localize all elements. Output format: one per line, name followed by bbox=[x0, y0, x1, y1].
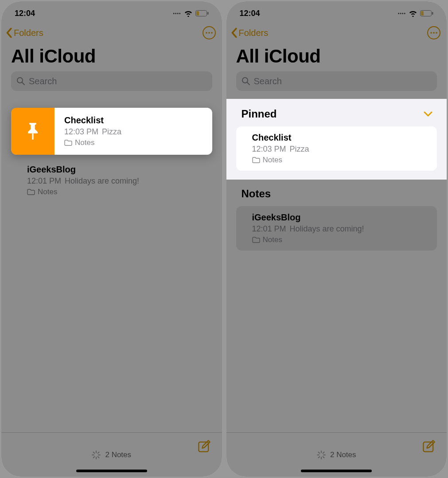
svg-line-25 bbox=[247, 82, 249, 85]
note-row[interactable]: iGeeksBlog 12:01 PMHolidays are coming! … bbox=[236, 206, 437, 251]
search-icon bbox=[16, 77, 25, 86]
svg-rect-19 bbox=[421, 11, 424, 16]
note-folder: Notes bbox=[252, 156, 430, 165]
svg-point-6 bbox=[17, 78, 23, 83]
svg-line-33 bbox=[323, 452, 324, 453]
screenshot-left: 12:04 •••• Folders All iCloud Search bbox=[1, 1, 222, 477]
bottom-toolbar: 2 Notes bbox=[226, 432, 447, 477]
wifi-icon bbox=[184, 10, 193, 17]
svg-line-15 bbox=[93, 456, 95, 458]
folder-icon bbox=[252, 237, 260, 243]
folder-icon bbox=[27, 189, 35, 195]
note-title: iGeeksBlog bbox=[252, 212, 430, 223]
note-folder: Notes bbox=[64, 138, 205, 147]
svg-line-31 bbox=[323, 456, 324, 458]
sync-spinner-icon bbox=[92, 451, 101, 459]
search-placeholder: Search bbox=[29, 76, 57, 86]
battery-icon bbox=[195, 10, 209, 16]
note-subtitle: 12:01 PMHolidays are coming! bbox=[27, 176, 205, 186]
svg-rect-34 bbox=[423, 442, 433, 452]
section-label: Pinned bbox=[242, 108, 277, 120]
search-input[interactable]: Search bbox=[11, 71, 212, 91]
home-indicator[interactable] bbox=[301, 470, 372, 472]
section-label: Notes bbox=[242, 188, 271, 200]
svg-point-22 bbox=[433, 32, 435, 34]
battery-icon bbox=[420, 10, 433, 16]
back-button[interactable]: Folders bbox=[230, 27, 269, 38]
note-subtitle: 12:03 PMPizza bbox=[64, 127, 205, 137]
svg-rect-2 bbox=[207, 12, 209, 15]
cellular-dots: •••• bbox=[398, 11, 406, 16]
status-bar: 12:04 •••• bbox=[226, 1, 447, 22]
search-icon bbox=[242, 77, 250, 86]
pin-icon bbox=[24, 121, 41, 141]
note-folder: Notes bbox=[252, 235, 430, 244]
svg-point-24 bbox=[242, 78, 248, 83]
svg-line-14 bbox=[98, 456, 99, 458]
compose-button[interactable] bbox=[422, 439, 436, 453]
status-bar: 12:04 •••• bbox=[1, 1, 222, 22]
nav-bar: Folders bbox=[226, 22, 447, 42]
note-row[interactable]: iGeeksBlog 12:01 PMHolidays are coming! … bbox=[11, 157, 212, 204]
note-title: iGeeksBlog bbox=[27, 165, 205, 175]
svg-line-30 bbox=[318, 452, 319, 453]
chevron-left-icon bbox=[230, 27, 238, 38]
svg-point-4 bbox=[208, 32, 210, 34]
svg-line-7 bbox=[22, 82, 24, 85]
note-count-label: 2 Notes bbox=[105, 451, 131, 459]
note-row-content[interactable]: Checklist 12:03 PMPizza Notes bbox=[55, 108, 212, 155]
status-time: 12:04 bbox=[15, 9, 35, 18]
home-indicator[interactable] bbox=[76, 470, 147, 472]
svg-point-21 bbox=[430, 32, 432, 34]
back-button[interactable]: Folders bbox=[5, 27, 43, 38]
svg-rect-20 bbox=[432, 12, 433, 15]
page-title: All iCloud bbox=[226, 42, 447, 71]
note-folder: Notes bbox=[27, 188, 205, 196]
note-subtitle: 12:01 PMHolidays are coming! bbox=[252, 224, 430, 234]
note-row-swiped[interactable]: Checklist 12:03 PMPizza Notes bbox=[11, 108, 212, 155]
back-label: Folders bbox=[239, 28, 269, 38]
bottom-toolbar: 2 Notes bbox=[1, 432, 222, 477]
sync-spinner-icon bbox=[317, 451, 326, 459]
screenshot-right: 12:04 •••• Folders All iCloud Search bbox=[226, 1, 447, 477]
svg-rect-17 bbox=[199, 442, 208, 452]
chevron-left-icon bbox=[5, 27, 13, 38]
more-button[interactable] bbox=[427, 26, 440, 39]
status-time: 12:04 bbox=[240, 9, 260, 18]
svg-line-32 bbox=[318, 456, 319, 458]
section-header-notes[interactable]: Notes bbox=[226, 180, 447, 204]
pin-action-button[interactable] bbox=[11, 108, 55, 155]
note-title: Checklist bbox=[64, 115, 205, 125]
nav-bar: Folders bbox=[1, 22, 222, 42]
svg-line-13 bbox=[93, 452, 95, 453]
back-label: Folders bbox=[14, 28, 43, 38]
note-row[interactable]: Checklist 12:03 PMPizza Notes bbox=[236, 126, 437, 171]
cellular-dots: •••• bbox=[173, 11, 181, 16]
folder-icon bbox=[64, 140, 72, 146]
page-title: All iCloud bbox=[1, 42, 222, 71]
svg-rect-1 bbox=[196, 11, 199, 16]
svg-point-5 bbox=[211, 32, 213, 34]
section-header-pinned[interactable]: Pinned bbox=[226, 108, 447, 124]
note-count-label: 2 Notes bbox=[330, 451, 356, 459]
compose-button[interactable] bbox=[197, 439, 211, 453]
note-title: Checklist bbox=[252, 133, 430, 143]
search-input[interactable]: Search bbox=[236, 71, 437, 91]
pinned-section: Pinned Checklist 12:03 PMPizza Notes bbox=[226, 99, 447, 180]
chevron-down-icon bbox=[424, 111, 432, 117]
more-button[interactable] bbox=[203, 26, 216, 39]
wifi-icon bbox=[409, 10, 417, 17]
svg-rect-8 bbox=[32, 133, 33, 140]
note-subtitle: 12:03 PMPizza bbox=[252, 145, 430, 154]
search-placeholder: Search bbox=[254, 76, 282, 86]
svg-point-3 bbox=[206, 32, 207, 34]
svg-point-23 bbox=[436, 32, 437, 34]
folder-icon bbox=[252, 157, 260, 163]
svg-line-16 bbox=[98, 452, 99, 453]
